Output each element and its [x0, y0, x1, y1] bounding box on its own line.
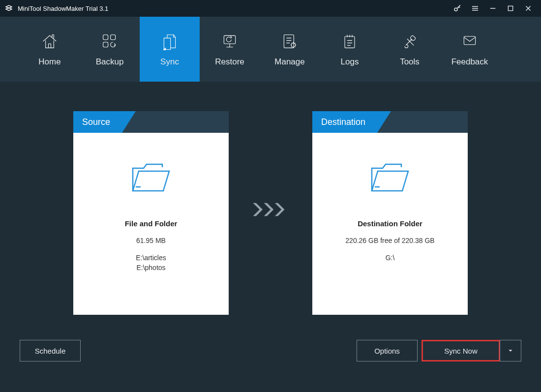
maximize-button[interactable]: [502, 0, 519, 17]
svg-rect-3: [111, 35, 116, 40]
svg-point-0: [454, 8, 457, 11]
source-paths: E:\articles E:\photos: [136, 253, 166, 272]
destination-panel-header: Destination: [312, 111, 468, 133]
nav-manage[interactable]: Manage: [260, 17, 320, 82]
nav-tools-label: Tools: [400, 57, 420, 67]
app-title: MiniTool ShadowMaker Trial 3.1: [18, 5, 108, 12]
main-navbar: Home Backup Sync Restore Manage Logs Too…: [0, 17, 541, 82]
source-panel-tab: Source: [73, 111, 122, 133]
close-button[interactable]: [519, 0, 537, 17]
menu-button[interactable]: [466, 0, 484, 17]
destination-path: G:\: [386, 253, 395, 263]
nav-sync[interactable]: Sync: [140, 17, 200, 82]
folder-icon: [130, 158, 172, 196]
sync-now-button[interactable]: Sync Now: [421, 340, 500, 362]
schedule-button[interactable]: Schedule: [20, 340, 81, 362]
svg-rect-1: [508, 6, 512, 10]
svg-rect-9: [464, 36, 475, 45]
app-logo-icon: [4, 3, 14, 13]
source-panel[interactable]: Source File and Folder 61.95 MB E:\artic…: [73, 111, 229, 315]
destination-panel[interactable]: Destination Destination Folder 220.26 GB…: [312, 111, 468, 315]
svg-rect-4: [103, 42, 108, 47]
destination-paths: G:\: [386, 253, 395, 263]
source-path-2: E:\photos: [136, 263, 166, 273]
options-button[interactable]: Options: [357, 340, 418, 362]
svg-rect-6: [284, 35, 294, 48]
source-title: File and Folder: [125, 219, 178, 228]
minimize-button[interactable]: [484, 0, 502, 17]
svg-rect-8: [345, 36, 355, 48]
nav-feedback[interactable]: Feedback: [440, 17, 500, 82]
svg-rect-2: [103, 35, 108, 40]
source-panel-header: Source: [73, 111, 229, 133]
nav-backup-label: Backup: [96, 57, 124, 67]
sync-direction-icon: [251, 200, 290, 219]
nav-restore[interactable]: Restore: [200, 17, 260, 82]
nav-feedback-label: Feedback: [451, 57, 488, 67]
destination-panel-tab: Destination: [312, 111, 377, 133]
svg-rect-5: [224, 35, 235, 44]
nav-restore-label: Restore: [215, 57, 244, 67]
source-path-1: E:\articles: [136, 253, 166, 263]
nav-manage-label: Manage: [274, 57, 304, 67]
sync-content: Source File and Folder 61.95 MB E:\artic…: [0, 82, 541, 315]
destination-title: Destination Folder: [358, 219, 422, 228]
sync-now-dropdown-button[interactable]: [500, 340, 521, 362]
nav-logs-label: Logs: [341, 57, 359, 67]
key-button[interactable]: [449, 0, 466, 17]
nav-tools[interactable]: Tools: [380, 17, 440, 82]
nav-home-label: Home: [38, 57, 60, 67]
destination-space: 220.26 GB free of 220.38 GB: [345, 237, 434, 244]
nav-sync-label: Sync: [160, 57, 179, 67]
nav-logs[interactable]: Logs: [320, 17, 380, 82]
nav-backup[interactable]: Backup: [80, 17, 140, 82]
titlebar: MiniTool ShadowMaker Trial 3.1: [0, 0, 541, 17]
nav-home[interactable]: Home: [20, 17, 80, 82]
folder-icon: [369, 158, 411, 196]
footer-bar: Schedule Options Sync Now: [0, 338, 541, 363]
source-size: 61.95 MB: [136, 237, 166, 244]
